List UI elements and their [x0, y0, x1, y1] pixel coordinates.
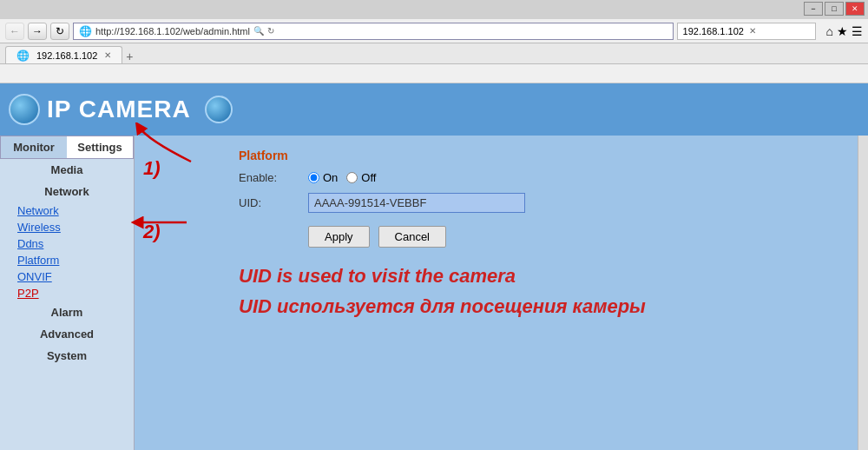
- tab-close-icon[interactable]: ✕: [104, 50, 111, 60]
- restore-button[interactable]: □: [825, 2, 844, 16]
- app-title: IP CAMERA: [47, 96, 191, 123]
- address-text: http://192.168.1.102/web/admin.html: [95, 26, 250, 36]
- annotation-label-1: 1): [143, 157, 161, 180]
- apply-button[interactable]: Apply: [308, 226, 370, 248]
- browser-tab-label: 192.168.1.102: [683, 26, 744, 36]
- sidebar-item-network[interactable]: Network: [0, 202, 134, 219]
- address-icon: 🌐: [79, 25, 92, 37]
- enable-row: Enable: On Off: [239, 171, 840, 184]
- tab-monitor[interactable]: Monitor: [0, 136, 67, 159]
- info-text-area: UID is used to visit the camera UID испо…: [239, 261, 840, 321]
- star-icon[interactable]: ★: [837, 24, 848, 38]
- radio-on-input[interactable]: [308, 172, 319, 183]
- enable-radio-group: On Off: [308, 171, 376, 184]
- arrow-2-svg: [130, 209, 200, 235]
- browser-window: − □ ✕ ← → ↻ 🌐 http://192.168.1.102/web/a…: [0, 0, 868, 450]
- logo-globe-left-icon: [9, 94, 40, 125]
- sidebar-item-alarm[interactable]: Alarm: [0, 301, 134, 323]
- sidebar: Monitor Settings Media Network Network W…: [0, 136, 135, 450]
- cancel-button[interactable]: Cancel: [378, 226, 446, 248]
- new-tab-button[interactable]: +: [126, 50, 133, 63]
- title-bar: − □ ✕: [0, 0, 868, 19]
- back-button[interactable]: ←: [5, 23, 24, 40]
- radio-off-option[interactable]: Off: [346, 171, 376, 184]
- sidebar-item-ddns[interactable]: Ddns: [0, 235, 134, 252]
- radio-off-input[interactable]: [346, 172, 358, 183]
- enable-label: Enable:: [239, 171, 308, 184]
- tab-bar: 🌐 192.168.1.102 ✕ +: [0, 43, 868, 64]
- sidebar-item-p2p[interactable]: P2P: [0, 285, 134, 301]
- refresh-icon: ↻: [267, 26, 274, 36]
- uid-input[interactable]: [308, 193, 525, 213]
- info-line-2: UID используется для посещения камеры: [239, 291, 840, 321]
- tab-favicon: 🌐: [16, 50, 30, 62]
- forward-button[interactable]: →: [28, 23, 47, 40]
- uid-row: UID:: [239, 193, 840, 213]
- sidebar-network-header: Network: [0, 181, 134, 202]
- sidebar-item-onvif[interactable]: ONVIF: [0, 268, 134, 285]
- search-bar[interactable]: 192.168.1.102 ✕: [677, 23, 816, 40]
- app-logo: IP CAMERA: [9, 94, 233, 125]
- uid-label: UID:: [239, 196, 308, 209]
- toolbar-row: [0, 64, 868, 83]
- section-title: Platform: [239, 149, 840, 162]
- logo-globe-right-icon: [205, 96, 233, 123]
- sidebar-tabs: Monitor Settings: [0, 136, 134, 159]
- platform-section: Platform Enable: On Off: [239, 149, 840, 321]
- main-layout: Monitor Settings Media Network Network W…: [0, 136, 868, 450]
- tab-title: 192.168.1.102: [36, 50, 97, 61]
- close-tab-icon[interactable]: ✕: [749, 26, 756, 36]
- radio-on-option[interactable]: On: [308, 171, 338, 184]
- info-line-1: UID is used to visit the camera: [239, 261, 840, 291]
- menu-icon[interactable]: ☰: [852, 24, 863, 38]
- button-row: Apply Cancel: [308, 226, 840, 248]
- sidebar-item-platform[interactable]: Platform: [0, 252, 134, 268]
- sidebar-item-wireless[interactable]: Wireless: [0, 219, 134, 235]
- content-area: 1) 2) Platform Enable:: [135, 136, 858, 450]
- annotation-label-2: 2): [143, 221, 161, 243]
- refresh-button[interactable]: ↻: [50, 23, 69, 40]
- nav-bar: ← → ↻ 🌐 http://192.168.1.102/web/admin.h…: [0, 19, 868, 43]
- home-icon[interactable]: ⌂: [826, 24, 833, 38]
- radio-off-label: Off: [361, 171, 376, 184]
- minimize-button[interactable]: −: [804, 2, 823, 16]
- sidebar-item-advanced[interactable]: Advanced: [0, 323, 134, 345]
- scrollbar[interactable]: [858, 136, 868, 450]
- radio-on-label: On: [323, 171, 338, 184]
- search-go-icon: 🔍: [253, 26, 264, 36]
- close-button[interactable]: ✕: [845, 2, 865, 16]
- sidebar-item-media[interactable]: Media: [0, 159, 134, 181]
- tab-settings[interactable]: Settings: [67, 136, 134, 159]
- address-bar[interactable]: 🌐 http://192.168.1.102/web/admin.html 🔍 …: [73, 23, 674, 40]
- app-header: IP CAMERA: [0, 83, 868, 136]
- browser-tab[interactable]: 🌐 192.168.1.102 ✕: [5, 46, 122, 63]
- sidebar-item-system[interactable]: System: [0, 345, 134, 367]
